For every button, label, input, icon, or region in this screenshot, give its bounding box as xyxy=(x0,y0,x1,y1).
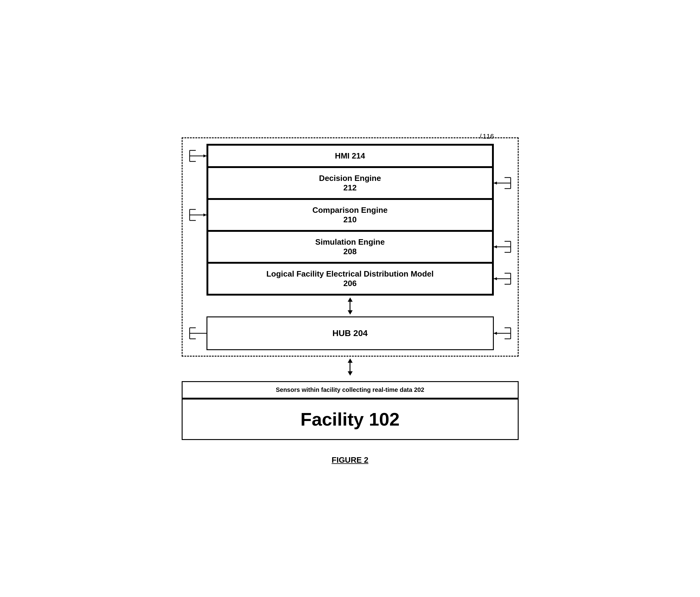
arrow-head-down-2 xyxy=(348,371,353,376)
comparison-engine-label: Comparison Engine xyxy=(312,206,388,215)
arrow-head-up-2 xyxy=(348,358,353,363)
simulation-engine-label: Simulation Engine xyxy=(315,237,385,246)
hmi-box: HMI 214 xyxy=(207,145,493,167)
comparison-engine-num: 210 xyxy=(211,215,489,224)
hub-label: HUB 204 xyxy=(332,328,368,338)
sensors-label: Sensors within facility collecting real-… xyxy=(276,386,424,393)
inner-to-hub-arrow xyxy=(346,297,355,315)
figure-caption: FIGURE 2 xyxy=(332,455,369,465)
inner-solid-box: HMI 214 Decision Engine 212 Comparison E… xyxy=(206,144,494,295)
simulation-engine-num: 208 xyxy=(211,247,489,256)
svg-marker-1 xyxy=(203,154,206,157)
decision-engine-label: Decision Engine xyxy=(319,173,381,183)
lfedm-label: Logical Facility Electrical Distribution… xyxy=(266,269,433,279)
arrow-head-down xyxy=(348,310,353,315)
simulation-engine-box: Simulation Engine 208 xyxy=(207,231,493,263)
hub-to-sensors-arrow xyxy=(346,358,355,376)
outer-dashed-box: HMI 214 Decision Engine 212 Comparison E… xyxy=(182,137,519,357)
decision-engine-box: Decision Engine 212 xyxy=(207,167,493,199)
sensors-box: Sensors within facility collecting real-… xyxy=(182,381,519,399)
inner-content: HMI 214 Decision Engine 212 Comparison E… xyxy=(206,144,494,350)
arrow-line xyxy=(350,302,350,310)
lfedm-num: 206 xyxy=(211,279,489,288)
svg-marker-15 xyxy=(494,182,497,185)
hmi-label: HMI 214 xyxy=(335,151,365,160)
lfedm-box: Logical Facility Electrical Distribution… xyxy=(207,263,493,295)
diagram-wrapper: HMI 214 Decision Engine 212 Comparison E… xyxy=(188,144,512,350)
svg-marker-25 xyxy=(494,277,497,280)
facility-label: Facility 102 xyxy=(301,409,400,430)
comparison-engine-box: Comparison Engine 210 xyxy=(207,199,493,231)
page-container: 116 HMI 214 Decision Engine xyxy=(182,133,519,465)
arrow-line-2 xyxy=(350,363,350,371)
svg-marker-30 xyxy=(494,332,497,335)
svg-marker-6 xyxy=(203,213,206,216)
svg-marker-20 xyxy=(494,245,497,248)
decision-engine-num: 212 xyxy=(211,183,489,193)
hub-box: HUB 204 xyxy=(206,316,494,350)
arrow-head-up xyxy=(348,297,353,302)
facility-box: Facility 102 xyxy=(182,399,519,440)
